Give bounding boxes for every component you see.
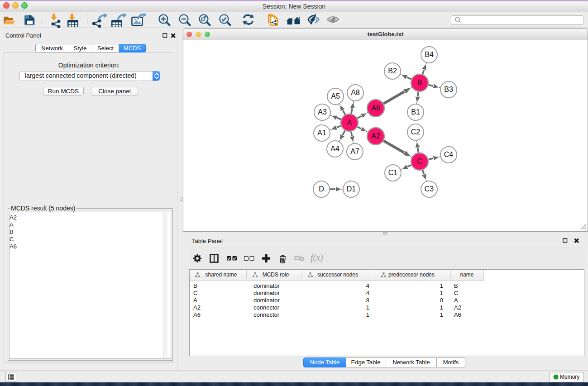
svg-text:A6: A6 (371, 104, 380, 112)
svg-text:C3: C3 (425, 185, 434, 193)
svg-text:B1: B1 (411, 108, 420, 116)
svg-text:A5: A5 (331, 92, 340, 100)
svg-text:B2: B2 (388, 67, 397, 75)
svg-text:C: C (417, 157, 422, 165)
svg-text:B: B (417, 79, 422, 86)
svg-text:C1: C1 (388, 169, 398, 176)
svg-text:A2: A2 (371, 132, 380, 140)
svg-text:C2: C2 (411, 128, 421, 136)
svg-text:C4: C4 (444, 151, 454, 158)
svg-text:A3: A3 (318, 108, 327, 116)
svg-text:D1: D1 (347, 185, 356, 193)
svg-text:A8: A8 (351, 89, 360, 96)
svg-text:A1: A1 (317, 129, 326, 137)
svg-text:A7: A7 (350, 148, 359, 155)
svg-text:A: A (347, 119, 352, 126)
svg-text:B3: B3 (444, 86, 453, 93)
svg-text:A4: A4 (330, 145, 339, 152)
svg-text:B4: B4 (425, 51, 434, 58)
svg-text:D: D (319, 185, 324, 193)
